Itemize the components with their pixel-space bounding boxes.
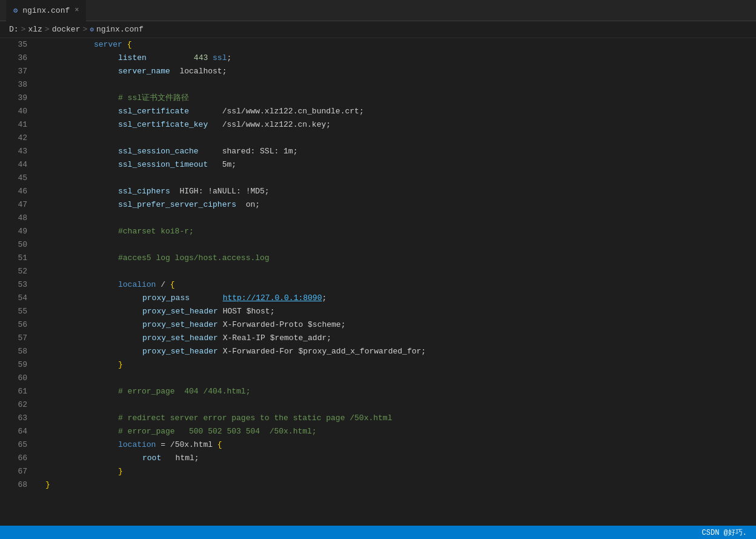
line-numbers: 35 36 37 38 39 40 41 42 43 44 45 46 47 4… (0, 38, 33, 526)
ln-63: 63 (6, 412, 27, 425)
code-line-55: proxy_set_header HOST $host; (45, 305, 756, 318)
ln-41: 41 (6, 118, 27, 132)
ln-61: 61 (6, 385, 27, 398)
ln-67: 67 (6, 465, 27, 478)
code-line-36: listen 443 ssl; (45, 52, 756, 65)
ln-66: 66 (6, 452, 27, 465)
code-line-51: #acces5 log logs/host.access.log (45, 252, 756, 265)
breadcrumb-sep-2: > (45, 25, 50, 34)
code-line-49: #charset koi8-r; (45, 225, 756, 238)
code-line-50 (45, 238, 756, 252)
ln-44: 44 (6, 158, 27, 172)
breadcrumb-part-d[interactable]: D: (9, 25, 19, 34)
ln-43: 43 (6, 145, 27, 158)
code-line-54: proxy_pass http://127.0.0.1:8090; (45, 292, 756, 305)
ln-51: 51 (6, 252, 27, 265)
code-line-66: root html; (45, 452, 756, 465)
breadcrumb-part-xlz[interactable]: xlz (28, 25, 42, 34)
code-line-60 (45, 372, 756, 385)
file-tab[interactable]: ⚙ nginx.conf × (6, 0, 86, 21)
code-line-52 (45, 265, 756, 278)
status-bar: CSDN @好巧. (0, 526, 756, 539)
ln-55: 55 (6, 305, 27, 318)
ln-50: 50 (6, 238, 27, 252)
code-line-61: # error_page 404 /404.html; (45, 385, 756, 398)
code-line-48 (45, 212, 756, 225)
code-line-38 (45, 78, 756, 92)
code-line-63: # redirect server error pages to the sta… (45, 412, 756, 425)
code-line-62 (45, 398, 756, 412)
ln-57: 57 (6, 332, 27, 345)
code-line-46: ssl_ciphers HIGH: !aNULL: !MD5; (45, 185, 756, 198)
ln-48: 48 (6, 212, 27, 225)
ln-40: 40 (6, 105, 27, 118)
code-line-35: server { (45, 38, 756, 52)
ln-47: 47 (6, 198, 27, 212)
breadcrumb: D: > xlz > docker > ⚙ nginx.conf (0, 21, 756, 38)
breadcrumb-sep-3: > (82, 25, 87, 34)
code-line-44: ssl_session_timeout 5m; (45, 158, 756, 172)
ln-35: 35 (6, 38, 27, 52)
code-line-41: ssl_certificate_key /ssl/www.xlz122.cn.k… (45, 118, 756, 132)
breadcrumb-sep-1: > (21, 25, 26, 34)
ln-68: 68 (6, 478, 27, 492)
ln-58: 58 (6, 345, 27, 358)
tab-label: nginx.conf (22, 6, 70, 15)
code-line-65: location = /50x.html { (45, 438, 756, 452)
ln-64: 64 (6, 425, 27, 438)
code-line-42 (45, 132, 756, 145)
editor: 35 36 37 38 39 40 41 42 43 44 45 46 47 4… (0, 38, 756, 526)
breadcrumb-file-icon: ⚙ (90, 25, 94, 33)
ln-39: 39 (6, 92, 27, 105)
file-icon: ⚙ (13, 6, 18, 15)
ln-59: 59 (6, 358, 27, 372)
ln-65: 65 (6, 438, 27, 452)
code-line-53: localion / { (45, 278, 756, 292)
ln-52: 52 (6, 265, 27, 278)
close-tab-icon[interactable]: × (75, 6, 79, 15)
ln-56: 56 (6, 318, 27, 332)
code-line-64: # error_page 500 502 503 504 /50x.html; (45, 425, 756, 438)
ln-42: 42 (6, 132, 27, 145)
code-line-39: # ssl证书文件路径 (45, 92, 756, 105)
code-line-57: proxy_set_header X-Real-IP $remote_addr; (45, 332, 756, 345)
code-line-58: proxy_set_header X-Forwarded-For $proxy_… (45, 345, 756, 358)
code-line-67: } (45, 465, 756, 478)
ln-49: 49 (6, 225, 27, 238)
code-line-43: ssl_session_cache shared: SSL: 1m; (45, 145, 756, 158)
ln-45: 45 (6, 172, 27, 185)
code-line-37: server_name localhost; (45, 65, 756, 78)
title-bar: ⚙ nginx.conf × (0, 0, 756, 21)
code-line-59: } (45, 358, 756, 372)
ln-46: 46 (6, 185, 27, 198)
code-editor[interactable]: server { listen 443 ssl; server_name loc… (33, 38, 756, 526)
code-line-45 (45, 172, 756, 185)
ln-53: 53 (6, 278, 27, 292)
ln-54: 54 (6, 292, 27, 305)
ln-36: 36 (6, 52, 27, 65)
breadcrumb-part-file[interactable]: nginx.conf (96, 25, 144, 34)
code-line-40: ssl_certificate /ssl/www.xlz122.cn_bundl… (45, 105, 756, 118)
csdn-label: CSDN @好巧. (702, 527, 747, 538)
code-line-56: proxy_set_header X-Forwarded-Proto $sche… (45, 318, 756, 332)
ln-37: 37 (6, 65, 27, 78)
ln-38: 38 (6, 78, 27, 92)
code-line-47: ssl_prefer_server_ciphers on; (45, 198, 756, 212)
ln-62: 62 (6, 398, 27, 412)
ln-60: 60 (6, 372, 27, 385)
breadcrumb-part-docker[interactable]: docker (52, 25, 81, 34)
code-line-68: } (45, 478, 756, 492)
